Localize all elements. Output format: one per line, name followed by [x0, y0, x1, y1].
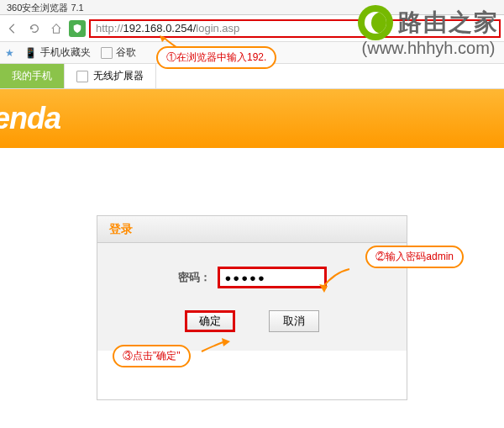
brand-banner: enda — [0, 89, 504, 148]
password-label: 密码： — [178, 270, 211, 285]
callout-arrow-2 — [318, 267, 351, 293]
bookmark-item-1[interactable]: 📱手机收藏夹 — [24, 45, 91, 60]
callout-1: ①在浏览器中输入192. — [156, 46, 276, 69]
watermark-logo-icon — [358, 5, 393, 40]
page-content: enda 登录 密码： 确定 取消 — [0, 89, 504, 400]
home-icon — [50, 23, 62, 34]
bookmarks-star[interactable]: ★ — [5, 47, 14, 59]
content-area: 登录 密码： 确定 取消 — [0, 148, 504, 400]
star-icon: ★ — [5, 47, 14, 59]
home-button[interactable] — [47, 19, 66, 38]
phone-icon: 📱 — [24, 47, 37, 59]
watermark-title: 路由之家 — [398, 7, 499, 39]
back-icon — [7, 23, 18, 34]
tab-extender[interactable]: 无线扩展器 — [65, 64, 156, 88]
button-row: 确定 取消 — [114, 310, 390, 332]
page-icon — [101, 47, 113, 59]
bookmark-item-2[interactable]: 谷歌 — [101, 45, 136, 60]
password-input[interactable] — [218, 267, 327, 288]
watermark-url: (www.hhhyh.com) — [362, 39, 496, 58]
watermark: 路由之家 (www.hhhyh.com) — [358, 5, 499, 58]
tenda-logo: enda — [0, 101, 60, 136]
back-button[interactable] — [3, 19, 22, 38]
callout-2: ②输入密码admin — [365, 246, 464, 268]
url-prefix: http:// — [96, 22, 123, 34]
ok-button[interactable]: 确定 — [185, 310, 235, 332]
callout-arrow-3 — [200, 338, 230, 355]
login-panel: 登录 密码： 确定 取消 — [97, 215, 407, 400]
login-header: 登录 — [97, 216, 407, 243]
page-icon — [76, 71, 88, 82]
url-suffix: login.asp — [196, 22, 239, 34]
security-shield-icon[interactable] — [69, 20, 86, 37]
cancel-button[interactable]: 取消 — [269, 310, 319, 332]
reload-icon — [29, 23, 40, 34]
tab-myphone[interactable]: 我的手机 — [0, 64, 65, 88]
url-ip: 192.168.0.254/ — [123, 22, 197, 34]
login-body: 密码： 确定 取消 — [97, 243, 407, 351]
browser-title: 360安全浏览器 7.1 — [7, 3, 84, 13]
reload-button[interactable] — [25, 19, 44, 38]
callout-3: ③点击"确定" — [113, 345, 191, 367]
